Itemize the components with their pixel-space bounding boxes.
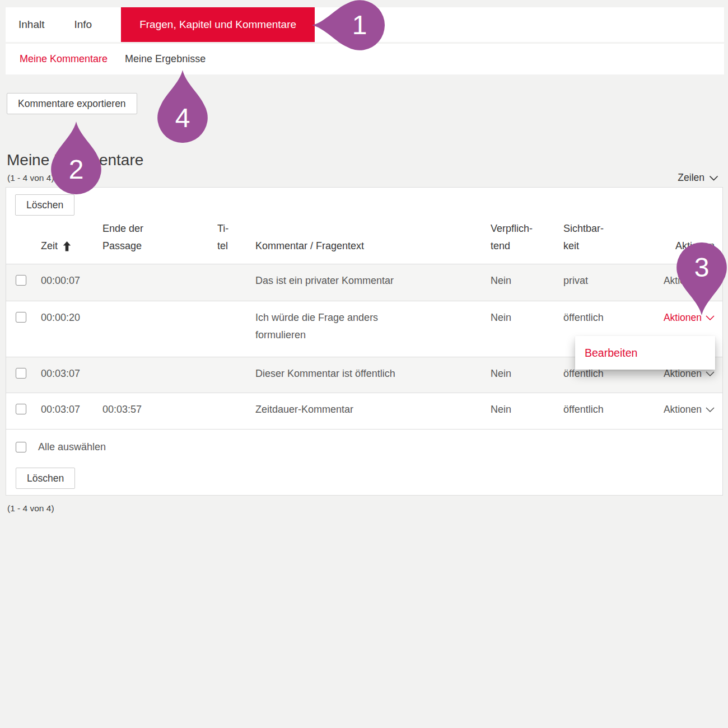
chevron-down-icon: [706, 407, 715, 412]
header-kommentar[interactable]: Kommentar / Fragentext: [255, 237, 491, 255]
rows-per-page-select[interactable]: Zeilen: [678, 172, 718, 184]
chevron-down-icon: [706, 315, 715, 320]
table-row: 00:00:07 Das ist ein privater Kommentar …: [6, 264, 722, 301]
chevron-down-icon: [706, 371, 715, 376]
cell-zeit: 00:03:07: [41, 365, 102, 382]
select-all-label: Alle auswählen: [38, 441, 106, 453]
arrow-up-icon: [63, 241, 71, 251]
aktionen-menu: Bearbeiten: [575, 336, 715, 370]
header-verpflichtend[interactable]: Verpflich- tend: [491, 220, 563, 255]
table-footer: Alle auswählen Löschen: [6, 430, 722, 489]
delete-selected-button-bottom[interactable]: Löschen: [16, 468, 75, 489]
row-checkbox[interactable]: [16, 404, 26, 414]
result-range-top: (1 - 4 von 4): [7, 173, 54, 183]
tab-inhalt[interactable]: Inhalt: [18, 7, 44, 42]
delete-selected-button-top[interactable]: Löschen: [15, 194, 74, 216]
cell-sichtbarkeit: öffentlich: [563, 401, 645, 418]
annotation-marker-2-number: 2: [59, 155, 93, 184]
cell-sichtbarkeit: öffentlich: [563, 309, 645, 326]
cell-kommentar: Zeitdauer-Kommentar: [255, 401, 491, 418]
cell-kommentar: Dieser Kommentar ist öffentlich: [255, 365, 491, 382]
result-range-bottom: (1 - 4 von 4): [7, 503, 54, 514]
row-checkbox[interactable]: [16, 275, 26, 286]
page: { "colors":{"accent_red":"#e20a33","mark…: [0, 0, 728, 728]
header-zeit-label: Zeit: [41, 237, 58, 255]
cell-verpflichtend: Nein: [491, 401, 563, 418]
header-zeit[interactable]: Zeit: [41, 237, 102, 255]
table-header-row: Zeit Ende der Passage Ti- tel Kommentar …: [6, 216, 722, 264]
header-sichtbarkeit[interactable]: Sichtbar- keit: [563, 220, 645, 255]
menu-item-bearbeiten[interactable]: Bearbeiten: [585, 347, 637, 360]
row-checkbox[interactable]: [16, 312, 26, 323]
header-ende-der-passage[interactable]: Ende der Passage: [102, 220, 217, 255]
cell-kommentar: Das ist ein privater Kommentar: [255, 272, 491, 290]
rows-select-label: Zeilen: [678, 172, 704, 184]
table-toolbar: Löschen: [6, 188, 722, 216]
subtab-meine-ergebnisse[interactable]: Meine Ergebnisse: [125, 53, 206, 65]
tab-fragen-kapitel-kommentare[interactable]: Fragen, Kapitel und Kommentare: [121, 7, 315, 42]
cell-zeit: 00:00:07: [41, 272, 102, 290]
cell-ende: 00:03:57: [102, 401, 217, 418]
cell-verpflichtend: Nein: [491, 309, 563, 326]
cell-verpflichtend: Nein: [491, 272, 563, 290]
annotation-marker-3-number: 3: [685, 253, 718, 282]
cell-verpflichtend: Nein: [491, 365, 563, 382]
row-checkbox[interactable]: [16, 368, 26, 379]
table-row: 00:03:07 00:03:57 Zeitdauer-Kommentar Ne…: [6, 393, 722, 430]
select-all-checkbox[interactable]: [16, 442, 26, 452]
cell-zeit: 00:00:20: [41, 309, 102, 326]
chevron-down-icon: [709, 175, 718, 181]
export-comments-button[interactable]: Kommentare exportieren: [7, 93, 137, 114]
subtab-meine-kommentare[interactable]: Meine Kommentare: [20, 53, 108, 65]
cell-kommentar: Ich würde die Frage anders formulieren: [255, 309, 491, 344]
cell-sichtbarkeit: privat: [563, 272, 645, 290]
annotation-marker-4-number: 4: [166, 104, 199, 133]
cell-zeit: 00:03:07: [41, 401, 102, 418]
header-titel[interactable]: Ti- tel: [217, 220, 255, 255]
annotation-marker-1-number: 1: [343, 11, 376, 40]
tab-info[interactable]: Info: [74, 7, 92, 42]
aktionen-label: Aktionen: [664, 401, 702, 418]
aktionen-dropdown-trigger[interactable]: Aktionen: [664, 401, 722, 418]
